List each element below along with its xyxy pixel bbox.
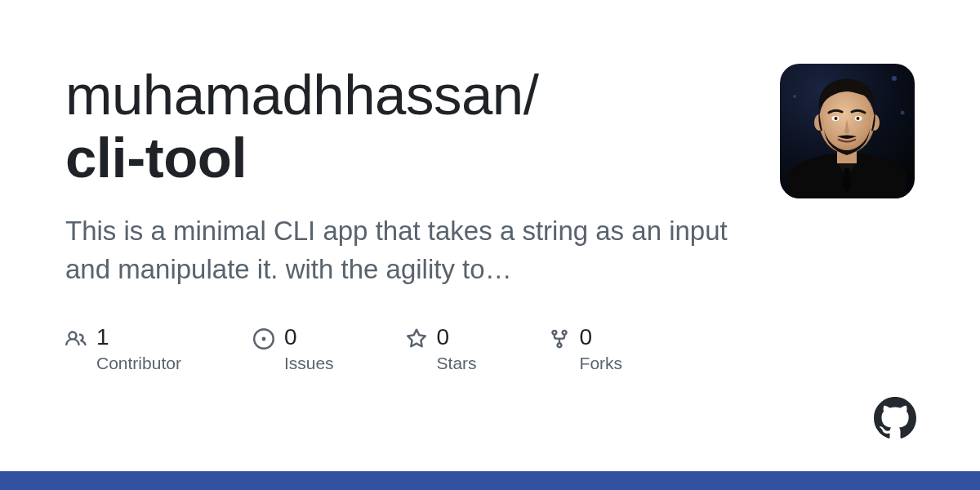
- repo-description: This is a minimal CLI app that takes a s…: [65, 212, 751, 290]
- fork-icon: [549, 325, 570, 353]
- stat-forks-label: Forks: [580, 354, 623, 373]
- stat-stars-count: 0: [437, 325, 477, 350]
- issue-icon: [253, 325, 274, 353]
- repo-name[interactable]: cli-tool: [65, 127, 247, 189]
- stat-contributors-label: Contributor: [96, 354, 181, 373]
- svg-point-2: [793, 95, 796, 98]
- svg-point-9: [835, 117, 838, 120]
- stat-issues-label: Issues: [284, 354, 334, 373]
- svg-point-1: [892, 76, 897, 81]
- stat-stars[interactable]: 0 Stars: [406, 325, 477, 373]
- people-icon: [65, 325, 87, 353]
- avatar[interactable]: [780, 64, 915, 198]
- star-icon: [406, 325, 427, 353]
- github-logo-icon[interactable]: [874, 397, 916, 443]
- stat-forks[interactable]: 0 Forks: [549, 325, 623, 373]
- repo-title: muhamadhhassan/ cli-tool: [65, 64, 760, 190]
- repo-stats: 1 Contributor 0 Issues 0 S: [65, 325, 760, 373]
- stat-contributors[interactable]: 1 Contributor: [65, 325, 181, 373]
- svg-point-11: [857, 117, 860, 120]
- accent-bar: [0, 471, 980, 490]
- stat-issues-count: 0: [284, 325, 334, 350]
- stat-forks-count: 0: [580, 325, 623, 350]
- repo-separator: /: [523, 64, 539, 127]
- stat-contributors-count: 1: [96, 325, 181, 350]
- repo-owner[interactable]: muhamadhhassan: [65, 64, 523, 127]
- stat-stars-label: Stars: [437, 354, 477, 373]
- stat-issues[interactable]: 0 Issues: [253, 325, 334, 373]
- svg-point-3: [901, 111, 905, 115]
